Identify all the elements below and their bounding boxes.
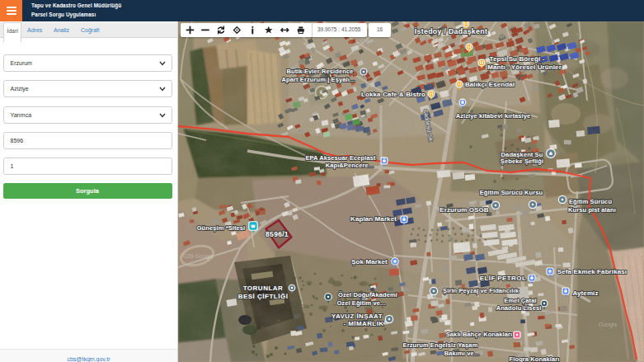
svg-text:ELİF PETROL: ELİF PETROL bbox=[480, 275, 526, 282]
svg-text:Bakımı ve...: Bakımı ve... bbox=[444, 350, 479, 357]
svg-text:Emel Çatal: Emel Çatal bbox=[504, 297, 536, 304]
svg-text:Tepsi Su Böreği -: Tepsi Su Böreği - bbox=[490, 55, 545, 63]
svg-text:Kapı&Pencere...: Kapı&Pencere... bbox=[326, 162, 374, 169]
svg-text:Flogra Konakları: Flogra Konakları bbox=[510, 355, 560, 362]
svg-text:Aziziye kitabevi kırtasiye: Aziziye kitabevi kırtasiye bbox=[456, 112, 531, 120]
svg-text:©2B Google: ©2B Google bbox=[182, 253, 214, 260]
svg-text:- MİMARLIK: - MİMARLIK bbox=[344, 320, 384, 327]
svg-text:YAVUZ İNŞAAT: YAVUZ İNŞAAT bbox=[331, 313, 383, 320]
svg-text:Şok Market: Şok Market bbox=[351, 258, 388, 266]
svg-text:Eğitim Sürücü Kursu: Eğitim Sürücü Kursu bbox=[480, 189, 543, 196]
svg-text:Mantı - Yöresel Ürünler: Mantı - Yöresel Ürünler bbox=[487, 63, 562, 71]
svg-text:Apart Erzurum | Eşyalı...: Apart Erzurum | Eşyalı... bbox=[282, 76, 355, 83]
svg-text:İstedoy / Dadaşkent: İstedoy / Dadaşkent bbox=[415, 27, 487, 35]
svg-text:Şebeke Şefliği: Şebeke Şefliği bbox=[501, 157, 543, 165]
svg-text:Sefa Ekmek Fabrikası: Sefa Ekmek Fabrikası bbox=[557, 268, 627, 275]
svg-text:EPA Aksesuar Eceplast: EPA Aksesuar Eceplast bbox=[305, 154, 376, 162]
svg-text:Şirin Peyzaj ve Fidancılık: Şirin Peyzaj ve Fidancılık bbox=[443, 287, 519, 294]
svg-text:Özel Doğu Akademi: Özel Doğu Akademi bbox=[338, 291, 397, 299]
svg-text:Güneşim *Sitesi: Güneşim *Sitesi bbox=[197, 224, 246, 232]
svg-text:Balıkçı Esendal: Balıkçı Esendal bbox=[465, 81, 515, 88]
svg-text:Kaplan Market: Kaplan Market bbox=[350, 215, 397, 223]
svg-text:Anadolu Lisesi: Anadolu Lisesi bbox=[496, 304, 542, 312]
svg-text:Butik Evler Residence: Butik Evler Residence bbox=[287, 68, 354, 75]
svg-text:Eğitim Sürücü: Eğitim Sürücü bbox=[569, 198, 612, 205]
svg-text:Erzurum Engelsiz Yaşam: Erzurum Engelsiz Yaşam bbox=[403, 341, 478, 349]
svg-text:Saklı Bahçe Konakları: Saklı Bahçe Konakları bbox=[446, 331, 512, 338]
svg-text:Erzurum OSGB: Erzurum OSGB bbox=[440, 206, 489, 214]
svg-text:8596/1: 8596/1 bbox=[266, 230, 289, 238]
svg-text:Özel Eğitim ve...: Özel Eğitim ve... bbox=[336, 299, 385, 307]
svg-text:TORUNLAR: TORUNLAR bbox=[243, 284, 284, 292]
svg-text:Lokka Cafe & Bistro: Lokka Cafe & Bistro bbox=[361, 91, 425, 98]
svg-text:Google: Google bbox=[599, 322, 618, 328]
svg-text:Aytemiz: Aytemiz bbox=[572, 289, 598, 297]
svg-text:Kursu pist alanı: Kursu pist alanı bbox=[568, 206, 616, 214]
svg-text:BESİ ÇİFTLİĞİ: BESİ ÇİFTLİĞİ bbox=[238, 293, 289, 300]
